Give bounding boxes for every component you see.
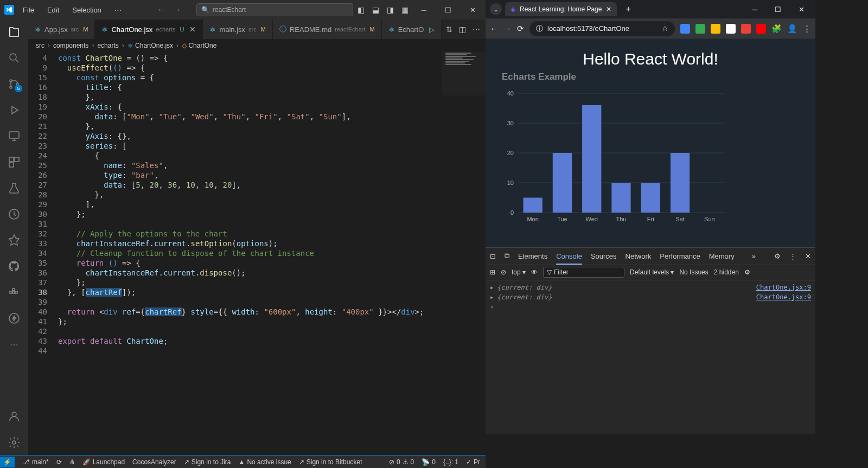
devtools-menu-icon[interactable]: ⋮ (789, 252, 796, 260)
browser-menu-icon[interactable]: ⋮ (803, 24, 811, 34)
nav-forward-browser-icon[interactable]: → (503, 24, 512, 33)
browser-maximize-icon[interactable]: ☐ (768, 3, 788, 16)
prettier-indicator[interactable]: ✓ Pr (466, 458, 480, 466)
star-icon[interactable]: ☆ (662, 24, 668, 33)
inspect-element-icon[interactable]: ⊡ (490, 252, 496, 260)
new-tab-icon[interactable]: + (620, 2, 636, 16)
reload-icon[interactable]: ⟳ (517, 24, 524, 34)
settings-gear-icon[interactable] (7, 435, 21, 450)
graph-icon[interactable]: ⋔ (69, 458, 75, 466)
debug-icon[interactable] (7, 103, 21, 117)
editor-tab[interactable]: ⚛App.jsxsrcM (28, 20, 95, 39)
devtools-tab[interactable]: Console (556, 249, 582, 265)
site-info-icon[interactable]: ⓘ (536, 24, 543, 34)
bitbucket-signin[interactable]: ↗ Sign in to Bitbucket (299, 458, 362, 466)
log-source-link[interactable]: ChartOne.jsx:9 (756, 293, 811, 301)
devtools-tab[interactable]: Network (626, 249, 652, 264)
tab-close-icon[interactable]: ✕ (189, 25, 196, 34)
breadcrumb-segment[interactable]: src (36, 42, 44, 49)
devtools-tab[interactable]: Elements (518, 249, 547, 264)
menu-file[interactable]: File (18, 4, 39, 16)
devtools-tab[interactable]: Memory (709, 249, 735, 264)
close-icon[interactable]: ✕ (464, 4, 481, 16)
docker-icon[interactable] (7, 285, 21, 299)
devtools-tab[interactable]: Sources (591, 249, 617, 264)
layout-sidebar-left-icon[interactable]: ◧ (358, 5, 365, 14)
devtools-settings-gear-icon[interactable]: ⚙ (774, 252, 781, 260)
launchpad-button[interactable]: 🚀 Launchpad (82, 458, 125, 466)
ext-icon-1[interactable] (680, 24, 690, 34)
clear-console-icon[interactable]: ⊘ (501, 268, 506, 276)
console-output[interactable]: ▸{current: div}ChartOne.jsx:9▸{current: … (486, 280, 815, 434)
remote-icon[interactable] (7, 129, 21, 143)
profile-avatar-icon[interactable]: 👤 (787, 24, 797, 34)
branch-indicator[interactable]: ⎇ main* (22, 458, 49, 466)
account-icon[interactable] (7, 409, 21, 424)
compare-changes-icon[interactable]: ⇅ (446, 25, 452, 34)
timeline-icon[interactable] (7, 207, 21, 221)
explorer-icon[interactable] (7, 25, 21, 39)
breadcrumb[interactable]: src›components›echarts›⚛ ChartOne.jsx›◇ … (28, 39, 486, 52)
run-icon[interactable]: ▷ (429, 25, 435, 34)
maximize-icon[interactable]: ☐ (439, 4, 457, 16)
browser-close-icon[interactable]: ✕ (792, 3, 811, 16)
console-settings-gear-icon[interactable]: ⚙ (744, 268, 750, 276)
menu-more-icon[interactable]: ⋯ (110, 4, 126, 16)
editor-tab[interactable]: ⚛main.jsxsrcM (203, 20, 273, 39)
menu-edit[interactable]: Edit (43, 4, 63, 16)
url-input[interactable]: ⓘ localhost:5173/eChartOne ☆ (529, 21, 675, 36)
expand-icon[interactable]: ▸ (490, 284, 494, 291)
ext-icon-3[interactable] (711, 24, 720, 34)
breadcrumb-segment[interactable]: ⚛ ChartOne.jsx (127, 42, 173, 49)
more-activity-icon[interactable]: ⋯ (7, 337, 21, 351)
cursor-position[interactable]: {..}: 1 (443, 458, 458, 466)
search-activity-icon[interactable] (7, 51, 21, 65)
scm-icon[interactable]: 5 (7, 77, 21, 91)
console-filter-input[interactable]: ▽ Filter (543, 267, 624, 278)
ext-icon-6[interactable] (756, 24, 766, 34)
ext-icon-4[interactable] (726, 24, 736, 34)
devtools-close-icon[interactable]: ✕ (805, 252, 811, 260)
rocket-icon[interactable] (7, 233, 21, 247)
extensions-icon[interactable] (7, 155, 21, 169)
menu-selection[interactable]: Selection (68, 4, 105, 16)
live-expression-icon[interactable]: 👁 (531, 268, 538, 276)
github-icon[interactable] (7, 259, 21, 273)
layout-customize-icon[interactable]: ▦ (401, 5, 409, 14)
split-editor-icon[interactable]: ◫ (459, 25, 466, 34)
command-center-search[interactable]: 🔍 reactEchart (196, 3, 353, 16)
nav-back-browser-icon[interactable]: ← (490, 24, 498, 33)
nav-forward-icon[interactable]: → (173, 5, 181, 15)
devtools-tab[interactable]: Performance (660, 249, 700, 264)
breadcrumb-segment[interactable]: echarts (97, 42, 118, 49)
minimize-icon[interactable]: ─ (416, 4, 432, 16)
ports-indicator[interactable]: 📡 0 (422, 458, 436, 466)
remote-indicator[interactable]: ⚡ (0, 457, 15, 467)
devtools-more-tabs-icon[interactable]: » (752, 252, 756, 260)
editor-tab[interactable]: ⚛EchartO▷ (382, 20, 442, 39)
tab-close-icon[interactable]: ✕ (606, 5, 611, 13)
cocos-analyzer[interactable]: CocosAnalyzer (132, 458, 176, 466)
testing-icon[interactable] (7, 181, 21, 195)
log-source-link[interactable]: ChartOne.jsx:9 (756, 284, 811, 291)
active-issue[interactable]: ▲ No active issue (238, 458, 291, 466)
browser-minimize-icon[interactable]: ─ (746, 3, 764, 16)
console-sidebar-icon[interactable]: ⊞ (490, 268, 495, 276)
log-levels-selector[interactable]: Default levels ▾ (630, 268, 674, 276)
thunder-icon[interactable] (7, 311, 21, 325)
sync-icon[interactable]: ⟳ (56, 458, 62, 466)
tab-chevron-down-icon[interactable]: ⌄ (490, 3, 502, 15)
issues-indicator[interactable]: No Issues (679, 268, 708, 276)
extensions-puzzle-icon[interactable]: 🧩 (771, 24, 782, 34)
hidden-count[interactable]: 2 hidden (714, 268, 739, 276)
problems-indicator[interactable]: ⊘ 0 ⚠ 0 (389, 458, 414, 466)
tab-more-icon[interactable]: ⋯ (473, 25, 480, 34)
ext-icon-2[interactable] (695, 24, 705, 34)
minimap[interactable] (442, 52, 486, 95)
browser-tab[interactable]: ◈ React Learning: Home Page ✕ (505, 2, 617, 16)
breadcrumb-segment[interactable]: ◇ ChartOne (182, 42, 216, 49)
console-log-entry[interactable]: ▸{current: div}ChartOne.jsx:9 (490, 292, 811, 302)
device-toolbar-icon[interactable]: ⧉ (505, 252, 509, 260)
jira-signin[interactable]: ↗ Sign in to Jira (184, 458, 231, 466)
nav-back-icon[interactable]: ← (157, 5, 166, 15)
